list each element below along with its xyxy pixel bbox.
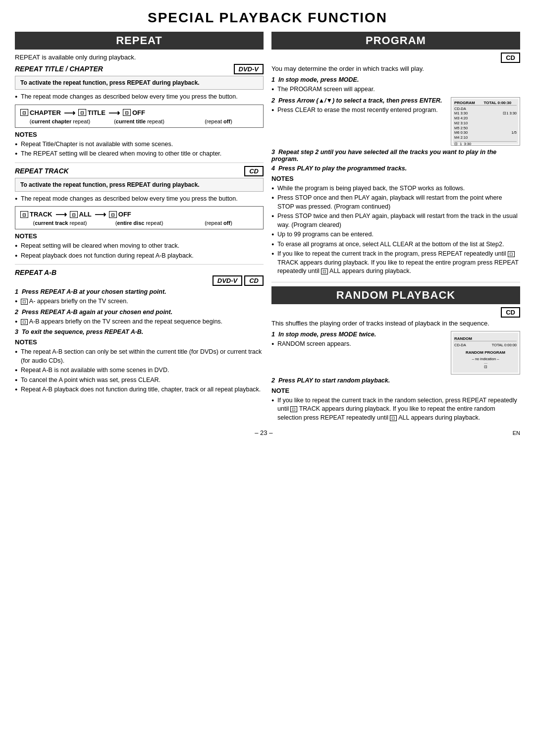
ab-step3-text: 3 To exit the sequence, press REPEAT A-B… — [15, 328, 264, 335]
ab-notes-label: NOTES — [15, 338, 264, 346]
page-title: SPECIAL PLAYBACK FUNCTION — [15, 10, 520, 26]
cd-badge-program: CD — [501, 53, 520, 63]
ab-step2-bullet: ⊡ A-B appears briefly on the TV screen a… — [15, 318, 264, 326]
arrow2: ⟶ — [108, 108, 120, 117]
title-icon: ⊡ — [78, 109, 86, 116]
program-screen-image: PROGRAM TOTAL 0:00:30 CD-DA M1 3:30⊡1 3:… — [451, 97, 520, 146]
program-step3: 3 Repeat step 2 until you have selected … — [271, 149, 520, 162]
title-chapter-flow: ⊡ CHAPTER ⟶ ⊡ TITLE ⟶ ⊡ OFF (curre — [15, 105, 264, 128]
title-chapter-notes-label: NOTES — [15, 131, 264, 138]
off-label1: OFF — [132, 109, 145, 116]
ab-step1-text: 1 Press REPEAT A-B at your chosen starti… — [15, 288, 264, 295]
ab-note4: Repeat A-B playback does not function du… — [15, 385, 264, 394]
chapter-icon: ⊡ — [20, 109, 28, 116]
repeat-title-chapter-subtitle: REPEAT TITLE / CHAPTER DVD-V — [15, 65, 264, 73]
chapter-label: CHAPTER — [30, 109, 61, 116]
title-chapter-note1: Repeat Title/Chapter is not available wi… — [15, 140, 264, 149]
title-chapter-bullets: The repeat mode changes as described bel… — [15, 93, 264, 102]
repeat-track-subtitle: REPEAT TRACK CD — [15, 167, 264, 175]
repeat-ab-section: REPEAT A-B DVD-V CD 1 Press REPEAT A-B a… — [15, 269, 264, 394]
program-step2-bullets: Press CLEAR to erase the most recently e… — [271, 106, 520, 115]
title-chapter-note2: The REPEAT setting will be cleared when … — [15, 150, 264, 159]
program-intro: You may determine the order in which tra… — [271, 65, 520, 72]
repeat-ab-subtitle: REPEAT A-B DVD-V CD — [15, 269, 264, 286]
off-label2: OFF — [118, 211, 131, 218]
random-step1-bullet: RANDOM screen appears. — [271, 340, 520, 349]
program-note4: Up to 99 programs can be entered. — [271, 230, 520, 239]
off-sublabel2: (repeat off) — [179, 220, 258, 226]
program-notes: While the program is being played back, … — [271, 184, 520, 276]
track-flow-label: TRACK — [30, 211, 53, 218]
cd-badge-random: CD — [501, 307, 520, 318]
ab-note1: The repeat A-B section can only be set w… — [15, 348, 264, 365]
repeat-header: REPEAT — [15, 32, 264, 50]
random-step2: 2 Press PLAY to start random playback. — [271, 377, 520, 384]
ab-note2: Repeat A-B is not available with some sc… — [15, 366, 264, 375]
all-icon: ⊡ — [70, 211, 78, 218]
title-chapter-instruction-text: To activate the repeat function, press R… — [20, 79, 200, 86]
track-flow: ⊡ TRACK ⟶ ⊡ ALL ⟶ ⊡ OFF (current t — [15, 206, 264, 229]
chapter-sublabel: (current chapter repeat) — [20, 118, 100, 124]
off-sublabel1: (repeat off) — [179, 118, 258, 124]
off-icon2: ⊡ — [109, 211, 117, 218]
random-intro: This shuffles the playing order of track… — [271, 320, 520, 327]
ab-notes: The repeat A-B section can only be set w… — [15, 348, 264, 394]
track-bullet1: The repeat mode changes as described bel… — [15, 195, 264, 204]
cd-badge-ab: CD — [244, 275, 264, 286]
random-step1-bullets: RANDOM screen appears. — [271, 340, 520, 349]
random-screen-image: RANDOM CD-DATOTAL 0:00:00 RANDOM PROGRAM… — [451, 331, 520, 375]
program-step1: 1 In stop mode, press MODE. — [271, 76, 520, 83]
ab-step2-text: 2 Press REPEAT A-B again at your chosen … — [15, 309, 264, 316]
arrow1: ⟶ — [64, 108, 75, 117]
track-instruction-box: To activate the repeat function, press R… — [15, 178, 264, 192]
title-label: TITLE — [88, 109, 106, 116]
title-sublabel: (current title repeat) — [100, 118, 179, 124]
ab-step2-bullets: ⊡ A-B appears briefly on the TV screen a… — [15, 318, 264, 326]
track-note1: Repeat setting will be cleared when movi… — [15, 242, 264, 251]
track-notes-label: NOTES — [15, 232, 264, 240]
track-sublabel: (current track repeat) — [20, 220, 100, 226]
random-notes: If you like to repeat the current track … — [271, 396, 520, 423]
page-number: – 23 – — [15, 429, 513, 436]
program-header: PROGRAM — [271, 32, 520, 50]
ab-step1-bullet: ⊡ A- appears briefly on the TV screen. — [15, 297, 264, 306]
program-note6: If you like to repeat the current track … — [271, 250, 520, 276]
random-note1: If you like to repeat the current track … — [271, 396, 520, 423]
track-arrow2: ⟶ — [95, 210, 106, 219]
cd-badge-track: CD — [244, 166, 264, 176]
repeat-title-chapter-section: REPEAT TITLE / CHAPTER DVD-V To activate… — [15, 65, 264, 159]
dvdv-badge: DVD-V — [234, 64, 264, 74]
program-step4: 4 Press PLAY to play the programmed trac… — [271, 165, 520, 172]
program-step2-bullet: Press CLEAR to erase the most recently e… — [271, 106, 520, 115]
title-chapter-bullet1: The repeat mode changes as described bel… — [15, 93, 264, 102]
off-icon1: ⊡ — [123, 109, 131, 116]
ab-note3: To cancel the A point which was set, pre… — [15, 376, 264, 385]
en-label: EN — [513, 430, 520, 436]
program-note5: To erase all programs at once, select AL… — [271, 240, 520, 249]
all-label: ALL — [79, 211, 92, 218]
program-random-column: PROGRAM CD You may determine the order i… — [271, 32, 520, 424]
program-note1: While the program is being played back, … — [271, 184, 520, 193]
all-sublabel: (entire disc repeat) — [100, 220, 179, 226]
repeat-intro: REPEAT is available only during playback… — [15, 54, 264, 61]
ab-step1-bullets: ⊡ A- appears briefly on the TV screen. — [15, 297, 264, 306]
program-step1-bullet: The PROGRAM screen will appear. — [271, 85, 520, 94]
track-notes: Repeat setting will be cleared when movi… — [15, 242, 264, 260]
track-bullets: The repeat mode changes as described bel… — [15, 195, 264, 204]
track-icon: ⊡ — [20, 211, 28, 218]
program-step1-bullets: The PROGRAM screen will appear. — [271, 85, 520, 94]
track-note2: Repeat playback does not function during… — [15, 252, 264, 261]
track-instruction-text: To activate the repeat function, press R… — [20, 181, 200, 188]
program-note2: Press STOP once and then PLAY again, pla… — [271, 194, 520, 211]
random-header: RANDOM PLAYBACK — [271, 286, 520, 304]
random-note-label: NOTE — [271, 387, 520, 394]
dvdv-badge-ab: DVD-V — [213, 275, 242, 286]
title-chapter-notes: Repeat Title/Chapter is not available wi… — [15, 140, 264, 159]
title-chapter-instruction-box: To activate the repeat function, press R… — [15, 76, 264, 90]
track-arrow1: ⟶ — [55, 210, 67, 219]
program-notes-label: NOTES — [271, 175, 520, 182]
repeat-column: REPEAT REPEAT is available only during p… — [15, 32, 264, 424]
repeat-track-section: REPEAT TRACK CD To activate the repeat f… — [15, 167, 264, 261]
program-note3: Press STOP twice and then PLAY again, pl… — [271, 212, 520, 229]
